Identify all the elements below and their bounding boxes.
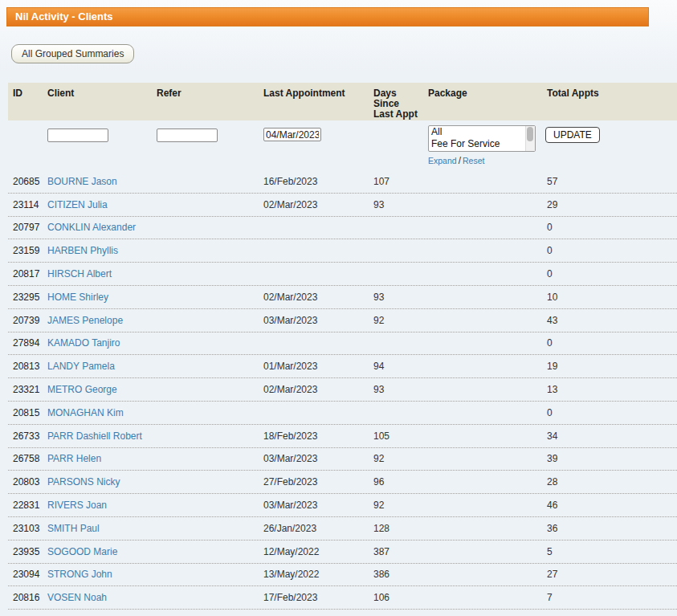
row-total-appts: 10 bbox=[547, 292, 557, 303]
row-id: 22831 bbox=[13, 500, 39, 511]
update-button[interactable]: UPDATE bbox=[545, 127, 600, 143]
row-total-appts: 28 bbox=[547, 476, 557, 487]
package-options-list: All Fee For Service bbox=[429, 126, 525, 151]
row-total-appts: 36 bbox=[547, 523, 557, 534]
package-option-all[interactable]: All bbox=[429, 126, 525, 138]
table-header-row: ID Client Refer Last Appointment Days Si… bbox=[8, 83, 677, 120]
row-id: 23114 bbox=[13, 199, 39, 210]
row-last-appointment: 26/Jan/2023 bbox=[263, 523, 316, 534]
reset-link[interactable]: Reset bbox=[463, 156, 484, 165]
row-id: 20815 bbox=[13, 407, 39, 418]
client-filter-input[interactable] bbox=[47, 129, 108, 142]
package-select[interactable]: All Fee For Service bbox=[428, 125, 536, 152]
package-select-scrollbar[interactable] bbox=[525, 126, 535, 151]
client-link[interactable]: HOME Shirley bbox=[47, 292, 108, 303]
column-header-refer: Refer bbox=[157, 83, 263, 120]
row-id: 20803 bbox=[13, 476, 39, 487]
scrollbar-thumb[interactable] bbox=[527, 127, 533, 141]
client-link[interactable]: PARSONS Nicky bbox=[47, 476, 120, 487]
row-total-appts: 5 bbox=[547, 546, 553, 557]
column-header-days-since: Days Since Last Appt bbox=[373, 83, 428, 120]
row-total-appts: 19 bbox=[547, 361, 557, 372]
row-id: 20685 bbox=[13, 176, 39, 187]
row-days-since: 107 bbox=[373, 176, 389, 187]
row-total-appts: 57 bbox=[547, 176, 557, 187]
row-days-since: 386 bbox=[373, 569, 389, 580]
client-link[interactable]: CITIZEN Julia bbox=[47, 199, 108, 210]
table-row: 20739JAMES Penelope03/Mar/20239243 bbox=[8, 309, 677, 332]
table-row: 23094STRONG John13/May/202238627 bbox=[8, 564, 677, 587]
row-id: 23094 bbox=[13, 569, 39, 580]
row-total-appts: 27 bbox=[547, 569, 557, 580]
table-row: 20815MONAGHAN Kim0 bbox=[8, 402, 677, 425]
column-header-client: Client bbox=[47, 83, 157, 120]
package-links: Expand/Reset bbox=[428, 155, 484, 166]
row-days-since: 105 bbox=[373, 430, 389, 442]
table-row: 23321METRO George02/Mar/20239313 bbox=[8, 378, 677, 402]
client-link[interactable]: BOURNE Jason bbox=[47, 176, 117, 187]
row-last-appointment: 03/Mar/2023 bbox=[263, 315, 317, 326]
client-link[interactable]: HIRSCH Albert bbox=[47, 268, 112, 279]
row-id: 23103 bbox=[13, 523, 39, 534]
row-days-since: 93 bbox=[373, 384, 384, 395]
table-row: 23103SMITH Paul26/Jan/202312836 bbox=[8, 517, 677, 541]
row-total-appts: 13 bbox=[547, 384, 557, 395]
table-row: 22831RIVERS Joan03/Mar/20239246 bbox=[8, 494, 677, 517]
row-last-appointment: 02/Mar/2023 bbox=[263, 292, 317, 303]
filter-row: All Fee For Service Expand/Reset UPDATE bbox=[8, 120, 677, 170]
row-id: 23159 bbox=[13, 245, 39, 256]
column-header-total-appts: Total Appts bbox=[547, 83, 677, 120]
date-filter-input[interactable] bbox=[263, 128, 321, 141]
row-total-appts: 0 bbox=[547, 245, 553, 256]
client-link[interactable]: LANDY Pamela bbox=[47, 361, 115, 372]
row-last-appointment: 13/May/2022 bbox=[263, 569, 319, 580]
row-days-since: 92 bbox=[373, 315, 384, 326]
client-link[interactable]: CONKLIN Alexander bbox=[47, 222, 136, 233]
column-header-last-appointment: Last Appointment bbox=[263, 83, 373, 120]
column-header-package: Package bbox=[428, 83, 547, 120]
client-link[interactable]: VOSEN Noah bbox=[47, 592, 107, 603]
table-row: 20816VOSEN Noah17/Feb/20231067 bbox=[8, 586, 677, 610]
row-days-since: 387 bbox=[373, 546, 389, 557]
client-link[interactable]: METRO George bbox=[47, 384, 117, 395]
row-last-appointment: 12/May/2022 bbox=[263, 546, 319, 557]
page-title: Nil Activity - Clients bbox=[15, 10, 113, 22]
table-row: 20813LANDY Pamela01/Mar/20239419 bbox=[8, 355, 677, 378]
column-header-id: ID bbox=[8, 83, 47, 120]
client-link[interactable]: HARBEN Phyllis bbox=[47, 245, 118, 256]
row-total-appts: 43 bbox=[547, 315, 557, 326]
row-total-appts: 0 bbox=[547, 268, 553, 279]
row-id: 20813 bbox=[13, 361, 39, 372]
table-row: 26758PARR Helen03/Mar/20239239 bbox=[8, 448, 677, 471]
row-total-appts: 34 bbox=[547, 430, 557, 442]
row-last-appointment: 17/Feb/2023 bbox=[263, 592, 317, 603]
row-id: 26733 bbox=[13, 430, 39, 442]
client-link[interactable]: PARR Dashiell Robert bbox=[47, 430, 142, 442]
client-link[interactable]: JAMES Penelope bbox=[47, 315, 123, 326]
row-total-appts: 0 bbox=[547, 407, 553, 418]
refer-filter-input[interactable] bbox=[157, 129, 218, 142]
row-last-appointment: 01/Mar/2023 bbox=[263, 361, 317, 372]
row-last-appointment: 18/Feb/2023 bbox=[263, 430, 317, 442]
row-last-appointment: 03/Mar/2023 bbox=[263, 453, 317, 464]
client-link[interactable]: RIVERS Joan bbox=[47, 500, 107, 511]
table-row: 20814ZORN Danny30/Dec/20215201 bbox=[8, 610, 677, 616]
client-link[interactable]: SMITH Paul bbox=[47, 523, 100, 534]
table-row: 26733PARR Dashiell Robert18/Feb/20231053… bbox=[8, 425, 677, 448]
client-link[interactable]: PARR Helen bbox=[47, 453, 101, 464]
all-grouped-summaries-button[interactable]: All Grouped Summaries bbox=[11, 44, 134, 63]
row-id: 20816 bbox=[13, 592, 39, 603]
page-title-bar: Nil Activity - Clients bbox=[6, 7, 649, 27]
row-total-appts: 29 bbox=[547, 199, 557, 210]
client-link[interactable]: STRONG John bbox=[47, 569, 112, 580]
row-total-appts: 0 bbox=[547, 337, 553, 349]
row-id: 23935 bbox=[13, 546, 39, 557]
row-days-since: 93 bbox=[373, 199, 384, 210]
row-days-since: 93 bbox=[373, 292, 384, 303]
client-link[interactable]: SOGOOD Marie bbox=[47, 546, 117, 557]
client-link[interactable]: MONAGHAN Kim bbox=[47, 407, 124, 418]
package-option-fee-for-service[interactable]: Fee For Service bbox=[429, 138, 525, 150]
row-last-appointment: 03/Mar/2023 bbox=[263, 500, 317, 511]
expand-link[interactable]: Expand bbox=[428, 156, 457, 165]
client-link[interactable]: KAMADO Tanjiro bbox=[47, 337, 120, 349]
